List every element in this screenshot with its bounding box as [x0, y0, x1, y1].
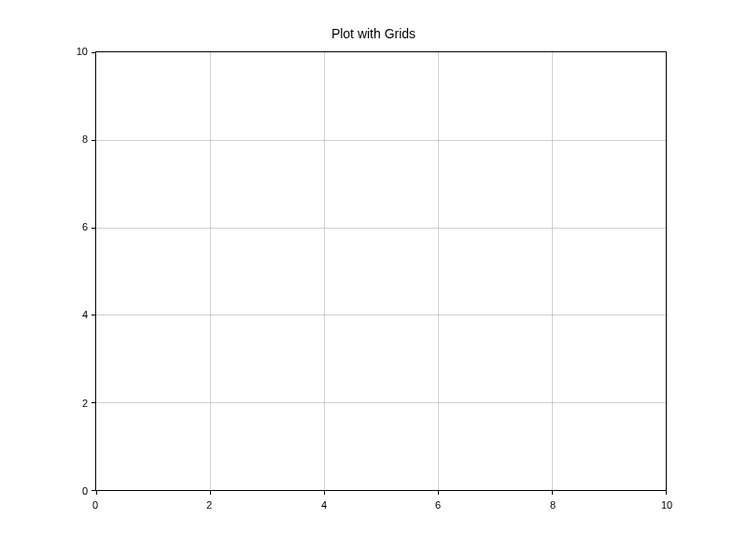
- grid-line-horizontal: [96, 228, 666, 229]
- x-tick: [96, 490, 97, 495]
- y-tick-label: 2: [73, 398, 88, 409]
- grid-line-horizontal: [96, 315, 666, 315]
- grid-line-vertical: [438, 52, 439, 490]
- y-tick-label: 6: [73, 221, 88, 232]
- y-tick: [92, 228, 96, 229]
- x-tick-label: 0: [92, 499, 98, 511]
- grid-line-horizontal: [96, 140, 666, 141]
- x-tick-label: 4: [321, 499, 327, 511]
- y-tick: [92, 402, 96, 403]
- y-tick: [92, 490, 96, 491]
- y-tick-label: 10: [67, 46, 88, 57]
- x-tick: [210, 490, 211, 495]
- x-tick-label: 8: [550, 499, 556, 511]
- y-tick-label: 4: [73, 309, 88, 320]
- x-tick: [324, 490, 325, 495]
- chart-container: Plot with Grids 0 2 4 6 8 10 0 2 4 6 8 1…: [0, 0, 747, 560]
- x-tick: [552, 490, 553, 495]
- grid-line-vertical: [324, 52, 325, 490]
- plot-area: [95, 51, 667, 491]
- x-tick: [438, 490, 439, 495]
- y-tick-label: 8: [73, 133, 88, 145]
- grid-line-vertical: [552, 52, 553, 490]
- y-tick: [92, 52, 96, 53]
- grid-line-vertical: [210, 52, 211, 490]
- x-tick-label: 2: [206, 499, 212, 511]
- x-tick: [666, 490, 667, 495]
- grid-line-horizontal: [96, 402, 666, 403]
- x-tick-label: 6: [435, 499, 441, 511]
- chart-title: Plot with Grids: [0, 26, 747, 41]
- y-tick: [92, 315, 96, 315]
- y-tick: [92, 140, 96, 141]
- x-tick-label: 10: [661, 499, 672, 511]
- y-tick-label: 0: [73, 485, 88, 497]
